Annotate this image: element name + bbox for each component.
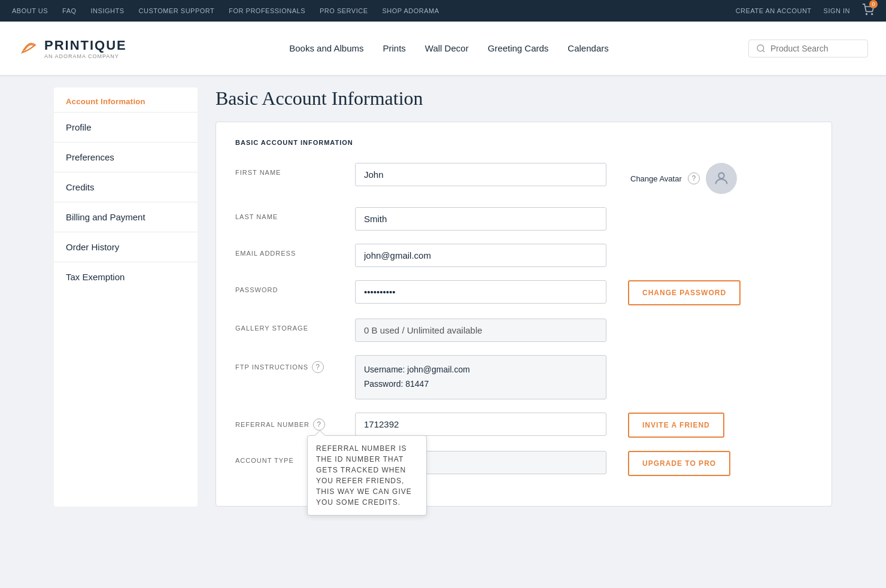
sidebar-item-tax-exemption[interactable]: Tax Exemption xyxy=(54,262,198,292)
avatar-section: Change Avatar ? xyxy=(630,163,737,194)
page-layout: Account Information Profile Preferences … xyxy=(42,75,844,519)
referral-label: REFERRAL NUMBER ? Referral number is the… xyxy=(235,413,343,431)
sidebar: Account Information Profile Preferences … xyxy=(54,87,198,507)
change-password-button[interactable]: CHANGE PASSWORD xyxy=(628,280,741,305)
main-header: PRINTIQUE An Adorama Company Books and A… xyxy=(0,22,886,75)
ftp-row: FTP INSTRUCTIONS ? Username: john@gmail.… xyxy=(235,355,812,399)
email-label: EMAIL ADDRESS xyxy=(235,244,343,257)
sidebar-item-preferences[interactable]: Preferences xyxy=(54,142,198,172)
last-name-input[interactable] xyxy=(355,207,606,231)
gallery-storage-row: GALLERY STORAGE xyxy=(235,319,812,342)
top-nav-about[interactable]: About Us xyxy=(12,7,48,14)
svg-point-3 xyxy=(718,173,724,178)
avatar xyxy=(706,163,737,194)
gallery-storage-label: GALLERY STORAGE xyxy=(235,319,343,332)
referral-row: REFERRAL NUMBER ? Referral number is the… xyxy=(235,413,812,438)
search-icon xyxy=(756,44,766,53)
nav-books-albums[interactable]: Books and Albums xyxy=(289,43,363,53)
nav-prints[interactable]: Prints xyxy=(383,43,406,53)
password-row: PASSWORD CHANGE PASSWORD xyxy=(235,280,812,305)
sidebar-active-label: Account Information xyxy=(54,87,198,112)
sidebar-item-billing[interactable]: Billing and Payment xyxy=(54,202,198,232)
nav-calendars[interactable]: Calendars xyxy=(568,43,608,53)
create-account-link[interactable]: Create an Account xyxy=(736,7,812,14)
nav-wall-decor[interactable]: Wall Decor xyxy=(425,43,469,53)
logo[interactable]: PRINTIQUE An Adorama Company xyxy=(18,35,150,61)
top-nav-insights[interactable]: Insights xyxy=(91,7,125,14)
svg-point-0 xyxy=(866,14,867,15)
change-avatar-button[interactable]: Change Avatar xyxy=(630,174,682,183)
logo-sub-text: An Adorama Company xyxy=(44,53,127,59)
ftp-help-icon[interactable]: ? xyxy=(312,361,324,373)
search-input[interactable] xyxy=(770,44,860,53)
cart-count: 0 xyxy=(869,0,878,8)
top-nav-professionals[interactable]: For Professionals xyxy=(229,7,305,14)
cart-button[interactable]: 0 xyxy=(862,4,874,18)
page-title: Basic Account Information xyxy=(216,87,832,110)
sidebar-item-order-history[interactable]: Order History xyxy=(54,232,198,262)
upgrade-to-pro-button[interactable]: UPGRADE TO PRO xyxy=(628,451,730,476)
svg-point-2 xyxy=(757,45,764,51)
ftp-info-box: Username: john@gmail.com Password: 81447 xyxy=(355,355,606,399)
nav-greeting-cards[interactable]: Greeting Cards xyxy=(488,43,549,53)
logo-main-text: PRINTIQUE xyxy=(44,38,127,53)
referral-help-container: ? Referral number is the ID Number that … xyxy=(313,419,325,431)
account-info-card: BASIC ACCOUNT INFORMATION FIRST NAME Cha… xyxy=(216,122,832,507)
gallery-storage-input xyxy=(355,319,606,342)
section-title: BASIC ACCOUNT INFORMATION xyxy=(235,139,812,146)
top-nav-shop[interactable]: Shop Adorama xyxy=(382,7,439,14)
sign-in-link[interactable]: Sign In xyxy=(824,7,850,14)
search-area[interactable] xyxy=(748,40,868,57)
last-name-row: LAST NAME xyxy=(235,207,812,231)
first-name-label: FIRST NAME xyxy=(235,163,343,176)
sidebar-item-credits[interactable]: Credits xyxy=(54,172,198,202)
invite-friend-button[interactable]: INVITE A FRIEND xyxy=(628,413,724,438)
sidebar-item-profile[interactable]: Profile xyxy=(54,112,198,142)
first-name-input[interactable] xyxy=(355,163,606,186)
ftp-password: Password: 81447 xyxy=(364,377,597,392)
email-input[interactable] xyxy=(355,244,606,267)
referral-number-input[interactable] xyxy=(355,413,606,436)
password-input[interactable] xyxy=(355,280,606,304)
ftp-label: FTP INSTRUCTIONS ? xyxy=(235,355,343,373)
email-row: EMAIL ADDRESS xyxy=(235,244,812,267)
top-nav-support[interactable]: Customer Support xyxy=(139,7,215,14)
top-bar: About Us FAQ Insights Customer Support F… xyxy=(0,0,886,22)
person-icon xyxy=(713,170,730,187)
referral-help-icon[interactable]: ? xyxy=(313,419,325,431)
password-label: PASSWORD xyxy=(235,280,343,293)
ftp-username: Username: john@gmail.com xyxy=(364,363,597,377)
top-nav-faq[interactable]: FAQ xyxy=(62,7,77,14)
last-name-label: LAST NAME xyxy=(235,207,343,220)
top-nav-pro-service[interactable]: Pro Service xyxy=(320,7,368,14)
referral-tooltip: Referral number is the ID Number that ge… xyxy=(307,435,427,516)
avatar-help-icon[interactable]: ? xyxy=(688,172,700,184)
main-nav: Books and Albums Prints Wall Decor Greet… xyxy=(150,43,748,53)
main-content: Basic Account Information BASIC ACCOUNT … xyxy=(198,87,832,507)
svg-point-1 xyxy=(872,14,873,15)
first-name-row: FIRST NAME Change Avatar ? xyxy=(235,163,812,194)
logo-icon xyxy=(18,35,40,61)
